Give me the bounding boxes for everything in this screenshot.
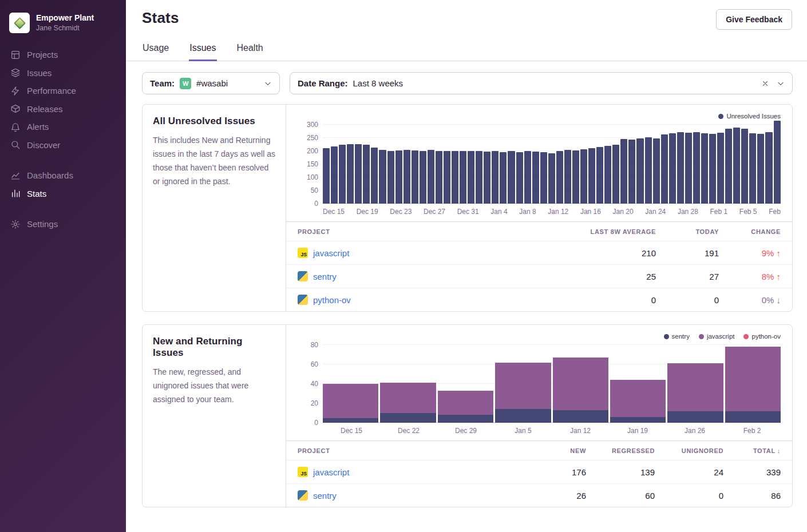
chart-bar[interactable] [444,151,450,204]
chart-bar[interactable] [653,138,660,204]
chart-bar[interactable] [420,151,426,204]
chart-bar[interactable] [460,151,466,204]
new-returning-issues-chart[interactable]: sentryjavascriptpython-ov 020406080 Dec … [286,325,792,440]
chart-bar[interactable] [661,134,668,204]
chart-bar[interactable] [363,145,370,204]
date-range-select[interactable]: Date Range: Last 8 weeks [290,72,793,94]
sidebar-item-dashboards[interactable]: Dashboards [0,166,126,185]
chart-bar[interactable] [725,129,732,204]
legend-item[interactable]: javascript [699,332,735,340]
project-link[interactable]: sentry [313,491,337,501]
chart-bar-segment[interactable] [667,411,723,423]
chart-bar[interactable] [733,128,740,204]
chart-bar[interactable] [709,134,716,204]
sidebar-item-performance[interactable]: Performance [0,82,126,100]
chart-bar[interactable] [428,150,434,204]
chart-bar[interactable] [548,153,555,204]
chart-bar[interactable] [395,150,402,204]
chart-bar-stack[interactable] [323,384,378,423]
chart-bar[interactable] [749,133,756,204]
chart-bar[interactable] [500,152,507,204]
chart-bar[interactable] [508,151,515,204]
chart-bar-segment[interactable] [380,413,436,423]
project-link[interactable]: javascript [313,467,349,477]
chart-bar[interactable] [412,150,418,204]
chart-bar[interactable] [532,152,539,204]
chart-bar[interactable] [588,148,595,204]
chart-bar-stack[interactable] [667,363,723,423]
chart-bar[interactable] [774,121,781,204]
chart-bar[interactable] [564,150,571,204]
chart-bar[interactable] [516,152,523,204]
chart-bar[interactable] [339,145,346,204]
clear-icon[interactable] [761,80,769,88]
tab-usage[interactable]: Usage [142,38,169,61]
legend-item[interactable]: sentry [664,332,690,340]
chart-bar-segment[interactable] [495,363,551,410]
chart-bar-stack[interactable] [725,347,781,423]
chart-bar[interactable] [596,147,603,204]
chart-bar[interactable] [645,137,652,204]
chart-bar[interactable] [524,151,531,204]
chart-bar[interactable] [765,132,772,204]
sidebar-item-alerts[interactable]: Alerts [0,118,126,136]
sidebar-item-releases[interactable]: Releases [0,100,126,118]
column-header-total[interactable]: Total↓ [723,447,781,454]
chart-bar-segment[interactable] [553,410,608,423]
chart-bar[interactable] [717,133,724,204]
chart-bar-segment[interactable] [438,391,493,415]
sidebar-item-settings[interactable]: Settings [0,215,126,233]
chart-bar-segment[interactable] [553,358,608,410]
sidebar-item-projects[interactable]: Projects [0,46,126,64]
chart-bar[interactable] [492,151,499,204]
sidebar-item-discover[interactable]: Discover [0,136,126,154]
org-switcher[interactable]: Empower Plant Jane Schmidt [0,8,126,46]
sidebar-item-stats[interactable]: Stats [0,185,126,203]
chart-bar[interactable] [387,151,394,204]
chart-bar[interactable] [540,152,547,204]
chart-bar-stack[interactable] [380,383,436,423]
chart-bar-segment[interactable] [610,380,666,417]
chart-bar-stack[interactable] [553,358,608,423]
chart-bar[interactable] [612,145,619,204]
project-link[interactable]: sentry [313,272,337,281]
chart-bar[interactable] [685,133,692,204]
chart-bar[interactable] [404,150,410,204]
chart-bar[interactable] [476,151,482,204]
chart-bar[interactable] [331,146,338,204]
chart-bar[interactable] [347,144,354,204]
chart-bar[interactable] [628,140,635,204]
tab-issues[interactable]: Issues [189,38,216,61]
legend-item[interactable]: python-ov [743,332,781,340]
chart-bar-segment[interactable] [438,415,493,423]
chart-bar[interactable] [556,151,563,204]
chart-bar-segment[interactable] [725,347,781,411]
chart-bar-segment[interactable] [725,411,781,423]
chart-bar-segment[interactable] [323,384,378,418]
chart-bar[interactable] [604,146,611,204]
chart-bar-segment[interactable] [495,409,551,423]
chart-bar-segment[interactable] [323,418,378,423]
chart-bar-stack[interactable] [495,363,551,423]
chart-bar[interactable] [379,150,386,204]
give-feedback-button[interactable]: Give Feedback [716,9,792,30]
chart-bar[interactable] [572,150,579,204]
chart-bar[interactable] [741,129,748,204]
chart-bar[interactable] [355,144,362,204]
chart-bar-segment[interactable] [667,363,723,411]
chart-bar-stack[interactable] [610,380,666,423]
project-link[interactable]: python-ov [313,295,351,305]
project-link[interactable]: javascript [313,248,349,258]
chart-bar[interactable] [757,134,764,204]
team-select[interactable]: Team: W #wasabi [142,72,280,94]
sidebar-item-issues[interactable]: Issues [0,64,126,82]
chart-bar[interactable] [669,133,676,204]
legend-item[interactable]: Unresolved Issues [718,112,781,120]
chart-bar[interactable] [580,149,587,204]
chart-bar[interactable] [636,138,643,204]
chart-bar-segment[interactable] [380,383,436,413]
chart-bar[interactable] [452,151,458,204]
chart-bar[interactable] [701,133,708,204]
tab-health[interactable]: Health [236,38,264,61]
chart-bar[interactable] [436,151,442,204]
